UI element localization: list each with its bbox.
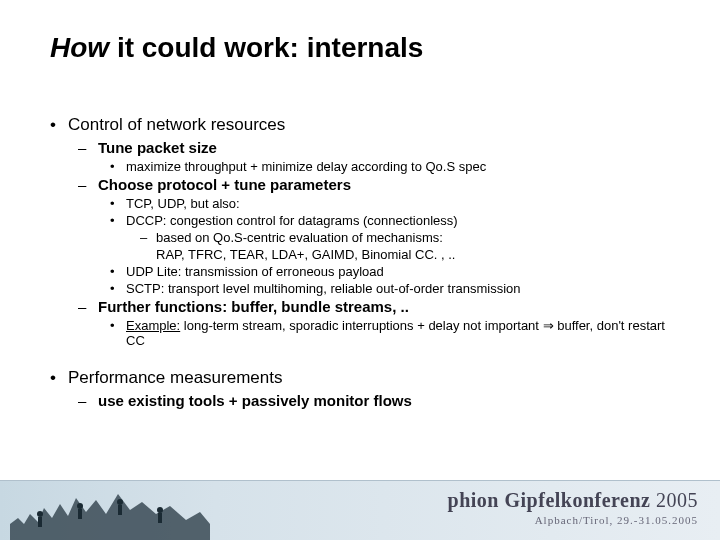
slide-title: How it could work: internals <box>50 32 423 64</box>
bullet-l3: • TCP, UDP, but also: <box>110 196 680 211</box>
bullet-dot-icon: • <box>50 368 68 388</box>
bullet-l3: • UDP Lite: transmission of erroneous pa… <box>110 264 680 279</box>
bullet-dot-icon: • <box>110 264 126 279</box>
bullet-dash-icon: – <box>78 392 98 409</box>
sec1-item2-sub3: UDP Lite: transmission of erroneous payl… <box>126 264 384 279</box>
sec1-item2-sub1: TCP, UDP, but also: <box>126 196 240 211</box>
svg-point-4 <box>117 499 123 505</box>
bullet-l3: • maximize throughput + minimize delay a… <box>110 159 680 174</box>
bullet-l2: – Choose protocol + tune parameters <box>78 176 680 193</box>
sec1-item1-label: Tune packet size <box>98 139 217 156</box>
slide-content: • Control of network resources – Tune pa… <box>50 115 680 412</box>
bullet-l3: • Example: long-term stream, sporadic in… <box>110 318 680 348</box>
sec1-item3-label: Further functions: buffer, bundle stream… <box>98 298 409 315</box>
bullet-dot-icon: • <box>110 213 126 228</box>
bullet-dot-icon: • <box>110 281 126 296</box>
bullet-dash-icon: – <box>78 298 98 315</box>
slide: How it could work: internals • Control o… <box>0 0 720 540</box>
svg-point-0 <box>37 511 43 517</box>
conf-name: Gipfelkonferenz <box>504 489 650 511</box>
sec1-item2-sub2a: based on Qo.S-centric evaluation of mech… <box>156 230 443 245</box>
bullet-l2: – use existing tools + passively monitor… <box>78 392 680 409</box>
svg-rect-5 <box>118 505 122 515</box>
bullet-l4: – based on Qo.S-centric evaluation of me… <box>140 230 680 245</box>
bullet-dot-icon: • <box>110 159 126 174</box>
sec1-item2-sub2: DCCP: congestion control for datagrams (… <box>126 213 458 228</box>
svg-point-2 <box>77 503 83 509</box>
conference-title: phion Gipfelkonferenz 2005 <box>448 489 698 512</box>
bullet-l3: • DCCP: congestion control for datagrams… <box>110 213 680 228</box>
conference-text: phion Gipfelkonferenz 2005 Alpbach/Tirol… <box>448 489 698 526</box>
sec1-item2-label: Choose protocol + tune parameters <box>98 176 351 193</box>
sec1-heading: Control of network resources <box>68 115 285 135</box>
sec1-item1-sub1: maximize throughput + minimize delay acc… <box>126 159 486 174</box>
svg-rect-1 <box>38 517 42 527</box>
sec1-item2-sub4: SCTP: transport level multihoming, relia… <box>126 281 521 296</box>
svg-rect-3 <box>78 509 82 519</box>
conf-year: 2005 <box>656 489 698 511</box>
sec1-item3-sub1-rest: long-term stream, sporadic interruptions… <box>126 318 665 348</box>
bullet-dot-icon: • <box>110 196 126 211</box>
sec1-item3-sub1-underline: Example: <box>126 318 180 333</box>
sec1-item3-sub1: Example: long-term stream, sporadic inte… <box>126 318 680 348</box>
bullet-l3: • SCTP: transport level multihoming, rel… <box>110 281 680 296</box>
bullet-dash-icon: – <box>140 230 156 245</box>
svg-rect-7 <box>158 513 162 523</box>
brand: phion <box>448 489 499 511</box>
title-rest: it could work: internals <box>109 32 423 63</box>
svg-point-6 <box>157 507 163 513</box>
silhouette-icon <box>10 484 210 540</box>
conference-location: Alpbach/Tirol, 29.-31.05.2005 <box>448 514 698 526</box>
bullet-l4-cont: RAP, TFRC, TEAR, LDA+, GAIMD, Binomial C… <box>156 247 680 262</box>
sec2-item1-label: use existing tools + passively monitor f… <box>98 392 412 409</box>
bullet-l1: • Control of network resources <box>50 115 680 135</box>
footer: phion Gipfelkonferenz 2005 Alpbach/Tirol… <box>0 480 720 540</box>
title-italic: How <box>50 32 109 63</box>
bullet-l2: – Further functions: buffer, bundle stre… <box>78 298 680 315</box>
bullet-dot-icon: • <box>50 115 68 135</box>
bullet-l1: • Performance measurements <box>50 368 680 388</box>
bullet-l2: – Tune packet size <box>78 139 680 156</box>
sec2-heading: Performance measurements <box>68 368 282 388</box>
bullet-dash-icon: – <box>78 139 98 156</box>
bullet-dot-icon: • <box>110 318 126 348</box>
bullet-dash-icon: – <box>78 176 98 193</box>
